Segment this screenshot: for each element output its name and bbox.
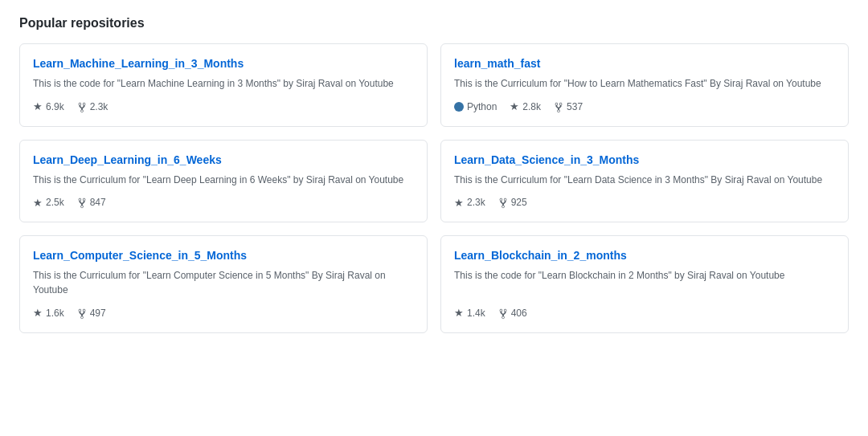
fork-icon [498, 307, 508, 320]
repo-description: This is the code for "Learn Blockchain i… [454, 268, 835, 297]
language-color-dot [454, 102, 464, 112]
repo-card: Learn_Computer_Science_in_5_MonthsThis i… [19, 235, 428, 333]
repo-description: This is the Curriculum for "How to Learn… [454, 76, 835, 91]
repo-name[interactable]: Learn_Blockchain_in_2_months [454, 249, 835, 262]
repo-name[interactable]: Learn_Data_Science_in_3_Months [454, 153, 835, 166]
repo-meta: ★6.9k2.3k [33, 100, 414, 113]
star-icon: ★ [454, 197, 464, 209]
star-icon: ★ [33, 100, 43, 112]
repo-description: This is the Curriculum for "Learn Data S… [454, 173, 835, 187]
repo-card: learn_math_fastThis is the Curriculum fo… [440, 43, 849, 127]
section-title: Popular repositories [19, 16, 849, 31]
stars-label: 2.5k [46, 197, 64, 208]
stars-count[interactable]: ★2.8k [510, 100, 541, 112]
star-icon: ★ [33, 307, 43, 319]
repo-meta: ★1.4k406 [454, 307, 835, 320]
repo-card: Learn_Machine_Learning_in_3_MonthsThis i… [19, 43, 428, 127]
repo-description: This is the Curriculum for "Learn Comput… [33, 268, 414, 297]
repo-meta: ★2.3k925 [454, 197, 835, 210]
repo-name[interactable]: Learn_Machine_Learning_in_3_Months [33, 57, 414, 70]
repo-card: Learn_Deep_Learning_in_6_WeeksThis is th… [19, 140, 428, 223]
repo-description: This is the Curriculum for "Learn Deep L… [33, 173, 414, 187]
language-badge: Python [454, 101, 497, 112]
fork-icon [554, 100, 563, 113]
stars-count[interactable]: ★1.4k [454, 307, 485, 319]
forks-count[interactable]: 847 [77, 197, 106, 210]
stars-count[interactable]: ★1.6k [33, 307, 64, 319]
fork-icon [77, 100, 87, 113]
forks-count[interactable]: 497 [77, 307, 106, 320]
star-icon: ★ [454, 307, 464, 319]
stars-count[interactable]: ★2.3k [454, 197, 485, 209]
repo-meta: Python★2.8k537 [454, 100, 835, 113]
forks-label: 2.3k [90, 101, 108, 112]
fork-icon [77, 197, 87, 210]
star-icon: ★ [33, 197, 43, 209]
language-label: Python [467, 101, 497, 112]
forks-label: 497 [90, 308, 106, 319]
stars-count[interactable]: ★2.5k [33, 197, 64, 209]
forks-label: 406 [511, 308, 527, 319]
forks-label: 925 [511, 197, 527, 208]
stars-label: 1.4k [467, 308, 485, 319]
repo-meta: ★1.6k497 [33, 307, 414, 320]
stars-count[interactable]: ★6.9k [33, 100, 64, 112]
repos-grid: Learn_Machine_Learning_in_3_MonthsThis i… [19, 43, 849, 333]
repo-description: This is the code for "Learn Machine Lear… [33, 76, 414, 91]
repo-card: Learn_Data_Science_in_3_MonthsThis is th… [440, 140, 849, 223]
forks-count[interactable]: 537 [554, 100, 583, 113]
repo-name[interactable]: Learn_Computer_Science_in_5_Months [33, 249, 414, 262]
repo-card: Learn_Blockchain_in_2_monthsThis is the … [440, 235, 849, 333]
forks-count[interactable]: 406 [498, 307, 527, 320]
repo-meta: ★2.5k847 [33, 197, 414, 210]
stars-label: 6.9k [46, 101, 64, 112]
forks-count[interactable]: 2.3k [77, 100, 108, 113]
forks-count[interactable]: 925 [498, 197, 527, 210]
stars-label: 2.8k [522, 101, 541, 112]
star-icon: ★ [510, 100, 519, 112]
repo-name[interactable]: Learn_Deep_Learning_in_6_Weeks [33, 153, 414, 166]
stars-label: 2.3k [467, 197, 485, 208]
forks-label: 847 [90, 197, 106, 208]
repo-name[interactable]: learn_math_fast [454, 57, 835, 70]
forks-label: 537 [567, 101, 583, 112]
fork-icon [77, 307, 87, 320]
fork-icon [498, 197, 508, 210]
stars-label: 1.6k [46, 308, 64, 319]
